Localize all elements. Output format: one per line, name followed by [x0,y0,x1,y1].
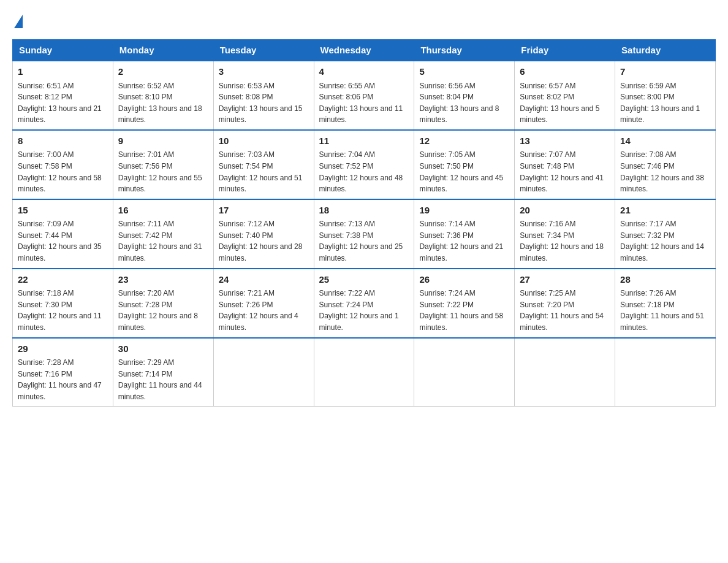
day-info: Sunrise: 7:11 AMSunset: 7:42 PMDaylight:… [118,218,208,264]
day-number: 25 [319,273,409,287]
calendar-cell: 5Sunrise: 6:56 AMSunset: 8:04 PMDaylight… [414,61,515,130]
calendar-cell: 17Sunrise: 7:12 AMSunset: 7:40 PMDayligh… [213,199,314,269]
day-number: 2 [118,65,208,79]
calendar-cell: 10Sunrise: 7:03 AMSunset: 7:54 PMDayligh… [213,130,314,199]
day-number: 24 [219,273,309,287]
week-row-3: 15Sunrise: 7:09 AMSunset: 7:44 PMDayligh… [13,199,716,269]
day-info: Sunrise: 7:04 AMSunset: 7:52 PMDaylight:… [319,149,409,194]
calendar-cell: 25Sunrise: 7:22 AMSunset: 7:24 PMDayligh… [314,269,414,338]
week-row-4: 22Sunrise: 7:18 AMSunset: 7:30 PMDayligh… [13,269,716,338]
day-number: 3 [219,65,309,79]
calendar-cell: 2Sunrise: 6:52 AMSunset: 8:10 PMDaylight… [113,61,213,130]
day-number: 5 [419,65,509,79]
calendar-cell: 20Sunrise: 7:16 AMSunset: 7:34 PMDayligh… [515,199,615,269]
day-info: Sunrise: 7:14 AMSunset: 7:36 PMDaylight:… [419,218,509,264]
calendar-cell: 19Sunrise: 7:14 AMSunset: 7:36 PMDayligh… [414,199,515,269]
col-header-wednesday: Wednesday [314,40,414,61]
header [12,12,716,28]
day-info: Sunrise: 7:01 AMSunset: 7:56 PMDaylight:… [118,149,208,194]
calendar-cell: 13Sunrise: 7:07 AMSunset: 7:48 PMDayligh… [515,130,615,199]
day-number: 12 [419,134,509,148]
day-number: 1 [18,65,108,79]
calendar-cell: 27Sunrise: 7:25 AMSunset: 7:20 PMDayligh… [515,269,615,338]
day-number: 21 [620,204,710,218]
day-info: Sunrise: 6:51 AMSunset: 8:12 PMDaylight:… [18,80,108,126]
day-info: Sunrise: 7:26 AMSunset: 7:18 PMDaylight:… [620,288,710,333]
day-info: Sunrise: 7:09 AMSunset: 7:44 PMDaylight:… [18,218,108,264]
day-number: 23 [118,273,208,287]
day-number: 15 [18,204,108,218]
calendar-cell: 7Sunrise: 6:59 AMSunset: 8:00 PMDaylight… [615,61,716,130]
week-row-1: 1Sunrise: 6:51 AMSunset: 8:12 PMDaylight… [13,61,716,130]
week-row-2: 8Sunrise: 7:00 AMSunset: 7:58 PMDaylight… [13,130,716,199]
calendar-cell [314,338,414,407]
calendar-cell: 14Sunrise: 7:08 AMSunset: 7:46 PMDayligh… [615,130,716,199]
day-info: Sunrise: 6:59 AMSunset: 8:00 PMDaylight:… [620,80,710,126]
calendar-cell [515,338,615,407]
day-info: Sunrise: 7:24 AMSunset: 7:22 PMDaylight:… [419,288,509,333]
day-info: Sunrise: 7:29 AMSunset: 7:14 PMDaylight:… [118,357,208,402]
calendar-cell: 11Sunrise: 7:04 AMSunset: 7:52 PMDayligh… [314,130,414,199]
day-info: Sunrise: 7:20 AMSunset: 7:28 PMDaylight:… [118,288,208,333]
col-header-saturday: Saturday [615,40,716,61]
day-number: 11 [319,134,409,148]
day-info: Sunrise: 7:07 AMSunset: 7:48 PMDaylight:… [520,149,610,194]
day-info: Sunrise: 7:16 AMSunset: 7:34 PMDaylight:… [520,218,610,264]
day-number: 6 [520,65,610,79]
day-number: 27 [520,273,610,287]
calendar-cell: 22Sunrise: 7:18 AMSunset: 7:30 PMDayligh… [13,269,113,338]
day-number: 26 [419,273,509,287]
day-number: 29 [18,342,108,356]
day-number: 7 [620,65,710,79]
day-number: 16 [118,204,208,218]
calendar-cell: 8Sunrise: 7:00 AMSunset: 7:58 PMDaylight… [13,130,113,199]
day-info: Sunrise: 6:53 AMSunset: 8:08 PMDaylight:… [219,80,309,126]
day-info: Sunrise: 6:56 AMSunset: 8:04 PMDaylight:… [419,80,509,126]
day-info: Sunrise: 7:18 AMSunset: 7:30 PMDaylight:… [18,288,108,333]
col-header-sunday: Sunday [13,40,113,61]
day-info: Sunrise: 7:17 AMSunset: 7:32 PMDaylight:… [620,218,710,264]
day-number: 10 [219,134,309,148]
calendar-cell: 9Sunrise: 7:01 AMSunset: 7:56 PMDaylight… [113,130,213,199]
day-info: Sunrise: 7:22 AMSunset: 7:24 PMDaylight:… [319,288,409,333]
day-info: Sunrise: 7:00 AMSunset: 7:58 PMDaylight:… [18,149,108,194]
day-number: 9 [118,134,208,148]
calendar-cell [213,338,314,407]
calendar-cell: 12Sunrise: 7:05 AMSunset: 7:50 PMDayligh… [414,130,515,199]
day-info: Sunrise: 7:08 AMSunset: 7:46 PMDaylight:… [620,149,710,194]
day-info: Sunrise: 6:55 AMSunset: 8:06 PMDaylight:… [319,80,409,126]
calendar-cell: 16Sunrise: 7:11 AMSunset: 7:42 PMDayligh… [113,199,213,269]
col-header-thursday: Thursday [414,40,515,61]
calendar-cell: 24Sunrise: 7:21 AMSunset: 7:26 PMDayligh… [213,269,314,338]
calendar-cell: 1Sunrise: 6:51 AMSunset: 8:12 PMDaylight… [13,61,113,130]
calendar-cell: 18Sunrise: 7:13 AMSunset: 7:38 PMDayligh… [314,199,414,269]
day-number: 14 [620,134,710,148]
calendar-cell: 29Sunrise: 7:28 AMSunset: 7:16 PMDayligh… [13,338,113,407]
day-info: Sunrise: 7:21 AMSunset: 7:26 PMDaylight:… [219,288,309,333]
calendar-cell: 6Sunrise: 6:57 AMSunset: 8:02 PMDaylight… [515,61,615,130]
calendar-cell: 3Sunrise: 6:53 AMSunset: 8:08 PMDaylight… [213,61,314,130]
day-info: Sunrise: 6:57 AMSunset: 8:02 PMDaylight:… [520,80,610,126]
calendar-cell: 15Sunrise: 7:09 AMSunset: 7:44 PMDayligh… [13,199,113,269]
calendar-table: SundayMondayTuesdayWednesdayThursdayFrid… [12,39,716,407]
calendar-cell: 4Sunrise: 6:55 AMSunset: 8:06 PMDaylight… [314,61,414,130]
day-info: Sunrise: 6:52 AMSunset: 8:10 PMDaylight:… [118,80,208,126]
week-row-5: 29Sunrise: 7:28 AMSunset: 7:16 PMDayligh… [13,338,716,407]
day-number: 28 [620,273,710,287]
calendar-cell [615,338,716,407]
col-header-monday: Monday [113,40,213,61]
day-number: 20 [520,204,610,218]
day-info: Sunrise: 7:28 AMSunset: 7:16 PMDaylight:… [18,357,108,402]
day-info: Sunrise: 7:03 AMSunset: 7:54 PMDaylight:… [219,149,309,194]
day-number: 13 [520,134,610,148]
day-info: Sunrise: 7:05 AMSunset: 7:50 PMDaylight:… [419,149,509,194]
col-header-friday: Friday [515,40,615,61]
header-row: SundayMondayTuesdayWednesdayThursdayFrid… [13,40,716,61]
day-number: 30 [118,342,208,356]
calendar-cell: 26Sunrise: 7:24 AMSunset: 7:22 PMDayligh… [414,269,515,338]
logo-triangle-icon [14,15,23,28]
col-header-tuesday: Tuesday [213,40,314,61]
calendar-cell: 28Sunrise: 7:26 AMSunset: 7:18 PMDayligh… [615,269,716,338]
day-number: 19 [419,204,509,218]
day-info: Sunrise: 7:25 AMSunset: 7:20 PMDaylight:… [520,288,610,333]
